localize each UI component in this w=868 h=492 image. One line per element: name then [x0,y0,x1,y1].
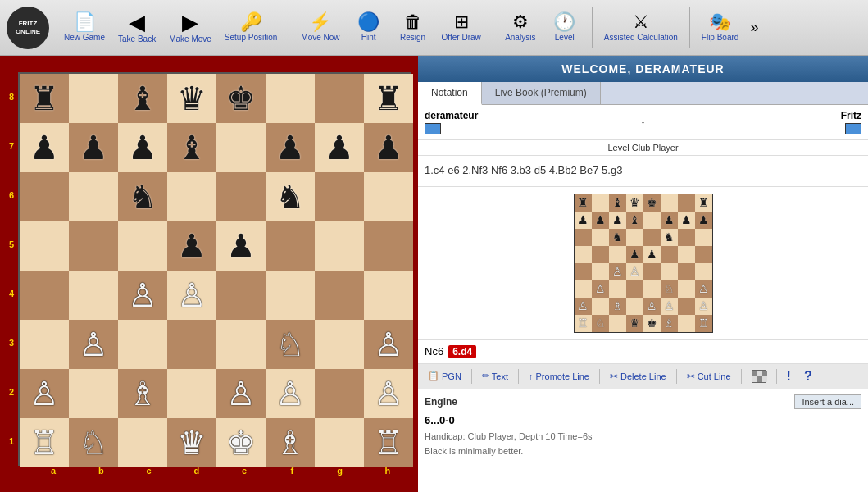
square-c8[interactable]: ♝ [118,74,167,123]
square-f8[interactable] [266,74,315,123]
diagram-button[interactable] [747,368,771,385]
square-f2[interactable]: ♙ [266,369,315,418]
square-g4[interactable] [315,271,364,320]
setup-position-button[interactable]: 🔑 Setup Position [220,10,283,45]
square-e1[interactable]: ♚ [216,418,266,467]
flip-board-button[interactable]: 🎭 Flip Board [697,10,744,45]
cut-line-button[interactable]: ✂ Cut Line [682,369,736,384]
square-c3[interactable] [118,320,167,369]
square-d2[interactable] [167,369,216,418]
square-f4[interactable] [266,271,315,320]
fritz-logo[interactable]: FRITZ ONLINE [7,7,49,49]
level-button[interactable]: 🕐 Level [544,10,585,45]
rank-7: 7 [7,121,16,171]
exclaim-button[interactable]: ! [782,367,796,385]
text-button[interactable]: ✏ Text [477,369,513,383]
square-g2[interactable] [315,369,364,418]
square-e3[interactable] [216,320,266,369]
square-b5[interactable] [69,221,118,271]
square-g7[interactable]: ♟ [315,123,364,172]
tab-livebook[interactable]: Live Book (Premium) [482,82,601,104]
delete-line-icon: ✂ [610,371,618,382]
assisted-calc-button[interactable]: ⚔ Assisted Calculation [599,10,683,45]
square-f7[interactable]: ♟ [266,123,315,172]
square-d7[interactable]: ♝ [167,123,216,172]
square-c1[interactable] [118,418,167,467]
square-e2[interactable]: ♙ [216,369,266,418]
square-h8[interactable]: ♜ [364,74,413,123]
square-a7[interactable]: ♟ [20,123,69,172]
offer-draw-button[interactable]: ⊞ Offer Draw [437,10,486,45]
square-d5[interactable]: ♟ [167,221,216,271]
square-a2[interactable]: ♙ [20,369,69,418]
square-h1[interactable]: ♖ [364,418,413,467]
square-d3[interactable] [167,320,216,369]
square-b3[interactable]: ♙ [69,320,118,369]
square-g6[interactable] [315,172,364,221]
mini-sq-r2c4 [643,229,661,246]
square-b7[interactable]: ♟ [69,123,118,172]
square-e8[interactable]: ♚ [216,74,266,123]
square-h4[interactable] [364,271,413,320]
square-f5[interactable] [266,221,315,271]
square-f3[interactable]: ♘ [266,320,315,369]
square-e5[interactable]: ♟ [216,221,266,271]
square-a3[interactable] [20,320,69,369]
square-b6[interactable] [69,172,118,221]
square-f6[interactable]: ♞ [266,172,315,221]
promote-line-button[interactable]: ↑ Promote Line [524,370,594,383]
nota-sep-5 [741,369,742,384]
square-a5[interactable] [20,221,69,271]
square-a8[interactable]: ♜ [20,74,69,123]
cut-line-label: Cut Line [698,371,731,381]
square-c5[interactable] [118,221,167,271]
square-h7[interactable]: ♟ [364,123,413,172]
square-g3[interactable] [315,320,364,369]
square-e4[interactable] [216,271,266,320]
square-f1[interactable]: ♗ [266,418,315,467]
square-d6[interactable] [167,172,216,221]
square-b1[interactable]: ♘ [69,418,118,467]
insert-diagram-button[interactable]: Insert a dia... [794,394,861,409]
square-h6[interactable] [364,172,413,221]
square-g1[interactable] [315,418,364,467]
new-game-button[interactable]: 📄 New Game [59,10,110,45]
tab-notation[interactable]: Notation [418,82,482,105]
square-a1[interactable]: ♖ [20,418,69,467]
square-b8[interactable] [69,74,118,123]
square-a6[interactable] [20,172,69,221]
square-h2[interactable]: ♙ [364,369,413,418]
move-now-button[interactable]: ⚡ Move Now [296,10,344,45]
level-text: Level Club Player [607,143,678,153]
analysis-button[interactable]: ⚙ Analysis [500,10,541,45]
square-c6[interactable]: ♞ [118,172,167,221]
resign-button[interactable]: 🗑 Resign [393,10,434,45]
mini-sq-r5c1: ♙ [592,280,609,298]
square-h3[interactable]: ♙ [364,320,413,369]
square-b2[interactable] [69,369,118,418]
square-h5[interactable] [364,221,413,271]
take-back-button[interactable]: ◀ Take Back [113,8,161,47]
square-e7[interactable] [216,123,266,172]
square-d1[interactable]: ♛ [167,418,216,467]
square-g5[interactable] [315,221,364,271]
square-b4[interactable] [69,271,118,320]
square-c4[interactable]: ♙ [118,271,167,320]
square-e6[interactable] [216,172,266,221]
question-button[interactable]: ? [799,367,817,385]
toolbar-more-button[interactable]: » [747,16,761,39]
square-d4[interactable]: ♙ [167,271,216,320]
pgn-button[interactable]: 📋 PGN [423,369,466,383]
delete-line-button[interactable]: ✂ Delete Line [605,369,671,384]
square-c2[interactable]: ♗ [118,369,167,418]
square-d8[interactable]: ♛ [167,74,216,123]
toolbar-separator-4 [689,7,690,48]
square-c7[interactable]: ♟ [118,123,167,172]
chess-board[interactable]: ♜ ♝ ♛ ♚ ♜ ♟ ♟ ♟ ♝ ♟ ♟ ♟ [18,72,411,466]
square-a4[interactable] [20,271,69,320]
make-move-button[interactable]: ▶ Make Move [164,8,216,47]
square-g8[interactable] [315,74,364,123]
piece-h8: ♜ [374,82,403,115]
mini-sq-r5c4 [643,280,661,298]
hint-button[interactable]: 🔵 Hint [348,10,389,45]
